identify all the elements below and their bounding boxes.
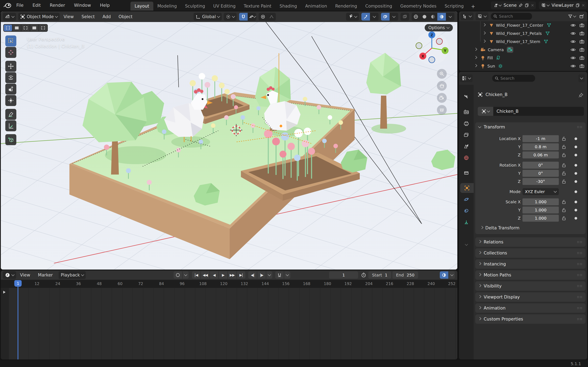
select-mode-invert[interactable] [30, 25, 38, 31]
workspace-tab-texture-paint[interactable]: Texture Paint [240, 2, 276, 11]
view-sync-dropdown[interactable] [449, 271, 455, 279]
lock-icon[interactable] [562, 136, 566, 141]
animate-dot[interactable] [575, 137, 577, 140]
tool-measure[interactable] [5, 120, 16, 131]
panel-animation[interactable]: Animation [475, 303, 586, 313]
tool-annotate[interactable] [5, 109, 16, 120]
tool-move[interactable] [5, 61, 16, 72]
location-z-field[interactable]: 0.06 m [522, 151, 559, 158]
rotation-z-field[interactable]: -30° [522, 178, 559, 185]
timeline-tracks[interactable] [1, 288, 457, 359]
gizmo-y-negative[interactable] [416, 43, 422, 49]
menu-file[interactable]: File [12, 0, 28, 11]
tab-object[interactable] [460, 183, 474, 193]
panel-motion-paths[interactable]: Motion Paths [475, 270, 586, 280]
tab-scene[interactable] [459, 142, 474, 151]
gizmo-settings-dropdown[interactable] [370, 13, 379, 21]
expand-icon[interactable] [483, 31, 486, 34]
grip-icon[interactable] [577, 126, 582, 128]
show-gizmo-toggle[interactable] [361, 13, 370, 21]
gizmo-z-negative[interactable] [429, 57, 435, 63]
animate-dot[interactable] [575, 164, 577, 167]
hide-toggle-eye-icon[interactable] [571, 64, 576, 68]
playhead[interactable] [17, 283, 18, 359]
tool-add-cube[interactable] [5, 134, 16, 145]
auto-keying-toggle[interactable] [173, 271, 182, 279]
expand-icon[interactable] [483, 39, 486, 43]
grip-icon[interactable] [577, 274, 582, 276]
snap-toggle[interactable] [239, 13, 248, 21]
jump-to-end-button[interactable]: ▶| [237, 271, 245, 279]
lock-icon[interactable] [562, 171, 566, 175]
lock-icon[interactable] [562, 163, 566, 167]
navigation-gizmo[interactable]: Z Y X [415, 31, 449, 66]
editor-type-button[interactable] [3, 13, 16, 21]
viewport-menu-object[interactable]: Object [115, 14, 136, 19]
filter-icon[interactable] [568, 14, 573, 19]
gizmo-x-negative[interactable] [436, 38, 442, 44]
tab-render[interactable] [459, 107, 474, 117]
timeline-menu-view[interactable]: View [16, 273, 34, 277]
camera-view-button[interactable] [437, 93, 447, 103]
options-button[interactable]: Options [425, 24, 453, 31]
timeline-editor-type-button[interactable] [3, 271, 16, 279]
shading-material-button[interactable] [429, 13, 437, 21]
grip-icon[interactable] [577, 285, 582, 287]
tab-view-layer[interactable] [459, 130, 474, 140]
snap-settings[interactable] [248, 13, 256, 21]
rotation-x-field[interactable]: 0° [522, 162, 559, 169]
breadcrumb-object-name[interactable]: Chicken_B [485, 92, 508, 97]
tab-constraints[interactable] [459, 206, 474, 216]
properties-search[interactable] [492, 75, 535, 82]
render-toggle-camera-icon[interactable] [579, 56, 584, 60]
expand-icon[interactable] [474, 48, 477, 51]
animate-dot[interactable] [575, 201, 577, 203]
animate-dot[interactable] [575, 217, 577, 220]
grip-icon[interactable] [577, 318, 582, 320]
lock-icon[interactable] [562, 153, 566, 157]
workspace-tab-uv-editing[interactable]: UV Editing [209, 2, 240, 11]
menu-render[interactable]: Render [45, 0, 70, 11]
jump-to-start-button[interactable]: |◀ [192, 271, 200, 279]
workspace-tab-modeling[interactable]: Modeling [153, 2, 181, 11]
object-name-input[interactable]: Chicken_B [493, 107, 584, 116]
menu-edit[interactable]: Edit [28, 0, 45, 11]
tab-output[interactable] [459, 119, 474, 128]
transform-panel-header[interactable]: Transform [475, 122, 586, 132]
outliner-row[interactable]: Wild_Flower_17_Petals [459, 29, 587, 38]
animate-dot[interactable] [575, 172, 577, 175]
next-keyframe-button[interactable]: ▶▶ [228, 271, 236, 279]
render-toggle-camera-icon[interactable] [579, 48, 584, 52]
outliner-editor-type-button[interactable] [461, 12, 474, 20]
animate-dot[interactable] [575, 154, 577, 156]
workspace-tab-layout[interactable]: Layout [130, 2, 153, 11]
object-name[interactable]: Fill [487, 55, 493, 60]
select-mode-subtract[interactable] [21, 25, 30, 31]
workspace-tab-geometry-nodes[interactable]: Geometry Nodes [396, 2, 441, 11]
expand-icon[interactable] [474, 64, 477, 67]
tool-scale[interactable] [5, 83, 16, 95]
pin-icon[interactable] [578, 92, 584, 98]
tab-world[interactable] [459, 153, 474, 163]
keying-set-dropdown[interactable] [182, 271, 189, 279]
xray-toggle[interactable] [401, 13, 409, 21]
id-type-icon[interactable] [478, 107, 493, 116]
animate-dot[interactable] [575, 191, 577, 193]
object-name[interactable]: Camera [488, 47, 504, 52]
lock-icon[interactable] [562, 200, 566, 204]
grip-icon[interactable] [577, 241, 582, 243]
expand-icon[interactable] [474, 56, 477, 59]
animate-dot[interactable] [575, 146, 577, 148]
tab-strip-scroll-indicator[interactable] [459, 240, 474, 250]
frame-step-dropdown[interactable] [266, 271, 272, 279]
menu-help[interactable]: Help [95, 0, 114, 11]
render-toggle-camera-icon[interactable] [579, 31, 584, 36]
frame-end-field[interactable]: End 250 [392, 271, 418, 279]
object-name[interactable]: Sun [487, 64, 495, 68]
tab-object-data[interactable] [459, 217, 474, 227]
grip-icon[interactable] [577, 252, 582, 254]
outliner-row[interactable]: Camera [459, 46, 587, 54]
properties-editor-type-button[interactable] [460, 75, 473, 82]
timeline-menu-marker[interactable]: Marker [34, 273, 57, 277]
location-x-field[interactable]: -1 m [522, 135, 559, 142]
